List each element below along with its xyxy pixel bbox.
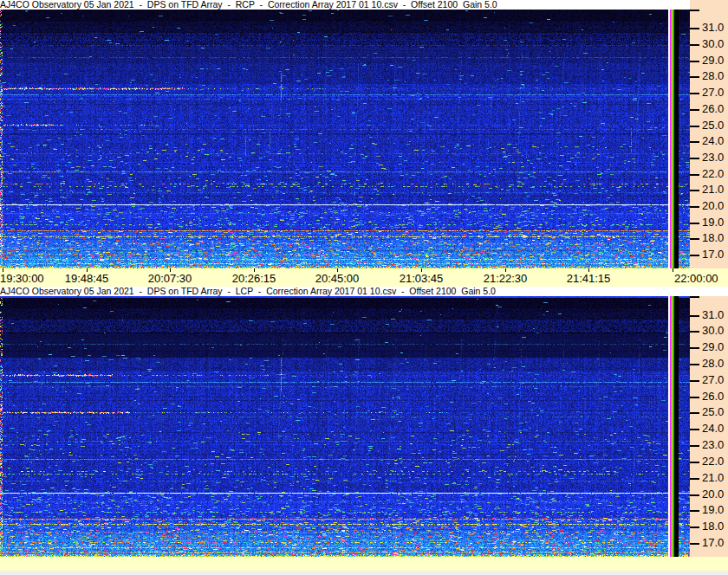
- freq-tick: [690, 28, 699, 29]
- freq-tick: [690, 109, 699, 111]
- spectrogram-area-lcp: 31.030.029.028.027.026.025.024.023.022.0…: [0, 296, 728, 557]
- freq-tick: [690, 494, 699, 496]
- panel-rcp: AJ4CO Observatory 05 Jan 2021 - DPS on T…: [0, 0, 728, 287]
- freq-axis-top-tick: [690, 10, 699, 11]
- freq-tick-label: 27.0: [702, 87, 724, 99]
- freq-tick-label: 27.0: [702, 374, 724, 386]
- freq-tick-label: 24.0: [702, 423, 724, 435]
- time-tick-label: 19:48:45: [65, 272, 109, 285]
- freq-tick-label: 20.0: [702, 200, 724, 212]
- freq-tick-label: 23.0: [702, 439, 724, 451]
- freq-tick: [690, 93, 699, 94]
- freq-tick-label: 22.0: [702, 168, 724, 180]
- bottom-time-axis-strip: [0, 557, 728, 571]
- time-tick-label: 20:07:30: [148, 272, 192, 285]
- freq-tick-label: 18.0: [702, 520, 724, 533]
- freq-tick: [690, 141, 699, 143]
- freq-tick-label: 17.0: [702, 537, 724, 549]
- freq-tick-label: 19.0: [702, 504, 724, 516]
- freq-tick: [690, 445, 699, 447]
- freq-tick-label: 17.0: [702, 249, 724, 261]
- freq-tick-label: 31.0: [702, 309, 724, 321]
- freq-tick: [690, 462, 699, 463]
- freq-axis-cap-rcp: [690, 0, 728, 10]
- freq-tick-label: 31.0: [702, 22, 724, 34]
- freq-tick-label: 24.0: [702, 135, 724, 147]
- freq-tick: [690, 76, 699, 78]
- freq-tick: [690, 412, 699, 414]
- freq-tick-label: 30.0: [702, 38, 724, 50]
- freq-tick: [690, 190, 699, 191]
- freq-tick-label: 30.0: [702, 325, 724, 337]
- window-edge: [0, 571, 728, 575]
- freq-tick-label: 21.0: [702, 184, 724, 196]
- freq-tick-label: 18.0: [702, 232, 724, 244]
- time-tick-label: 19:30:00: [0, 272, 44, 285]
- freq-tick: [690, 126, 699, 127]
- freq-tick-label: 22.0: [702, 455, 724, 468]
- time-tick-label: 20:45:00: [315, 272, 360, 285]
- spectrograph-window: AJ4CO Observatory 05 Jan 2021 - DPS on T…: [0, 0, 728, 575]
- frequency-axis-lcp: 31.030.029.028.027.026.025.024.023.022.0…: [690, 296, 728, 557]
- time-axis: 19:30:0019:48:4520:07:3020:26:1520:45:00…: [0, 268, 728, 287]
- freq-tick: [690, 478, 699, 480]
- panel-lcp: AJ4CO Observatory 05 Jan 2021 - DPS on T…: [0, 287, 728, 575]
- freq-tick: [690, 331, 699, 333]
- frequency-axis-rcp: 31.030.029.028.027.026.025.024.023.022.0…: [690, 10, 728, 268]
- freq-tick: [690, 397, 699, 398]
- freq-tick-label: 25.0: [702, 406, 724, 418]
- freq-tick-label: 25.0: [702, 120, 724, 132]
- panel-title-lcp: AJ4CO Observatory 05 Jan 2021 - DPS on T…: [0, 287, 728, 296]
- spectrogram-area-rcp: 31.030.029.028.027.026.025.024.023.022.0…: [0, 10, 728, 268]
- freq-tick: [690, 44, 699, 46]
- freq-axis-top-tick: [690, 296, 699, 298]
- time-tick: [673, 268, 673, 272]
- freq-tick: [690, 61, 699, 62]
- freq-tick-label: 23.0: [702, 152, 724, 164]
- time-tick-label: 20:26:15: [232, 272, 276, 285]
- panel-rcp-title-row: AJ4CO Observatory 05 Jan 2021 - DPS on T…: [0, 0, 728, 10]
- freq-tick-label: 20.0: [702, 488, 724, 501]
- spectrogram-canvas-lcp[interactable]: [0, 296, 690, 557]
- time-tick-label: 21:41:15: [567, 272, 611, 285]
- panel-title-rcp: AJ4CO Observatory 05 Jan 2021 - DPS on T…: [0, 0, 690, 10]
- freq-tick: [690, 380, 699, 382]
- time-tick-label: 21:03:45: [400, 272, 444, 285]
- freq-tick: [690, 223, 699, 224]
- freq-tick: [690, 206, 699, 208]
- freq-tick: [690, 364, 699, 365]
- freq-tick-label: 29.0: [702, 55, 724, 67]
- freq-tick: [690, 315, 699, 317]
- freq-tick-label: 26.0: [702, 391, 724, 403]
- freq-tick: [690, 238, 699, 240]
- freq-tick-label: 28.0: [702, 358, 724, 370]
- freq-tick: [690, 255, 699, 256]
- freq-tick: [690, 527, 699, 528]
- freq-tick-label: 21.0: [702, 472, 724, 484]
- freq-tick: [690, 158, 699, 159]
- freq-tick: [690, 174, 699, 176]
- panel-lcp-title-row: AJ4CO Observatory 05 Jan 2021 - DPS on T…: [0, 287, 728, 296]
- time-tick-label: 22:00:00: [674, 272, 718, 285]
- freq-tick: [690, 347, 699, 349]
- freq-tick-label: 28.0: [702, 70, 724, 82]
- spectrogram-canvas-rcp[interactable]: [0, 10, 690, 268]
- freq-tick: [690, 543, 699, 545]
- time-tick-label: 21:22:30: [484, 272, 528, 285]
- freq-tick: [690, 429, 699, 430]
- freq-tick-label: 29.0: [702, 341, 724, 353]
- freq-tick-label: 19.0: [702, 216, 724, 229]
- freq-tick: [690, 510, 699, 512]
- freq-tick-label: 26.0: [702, 103, 724, 115]
